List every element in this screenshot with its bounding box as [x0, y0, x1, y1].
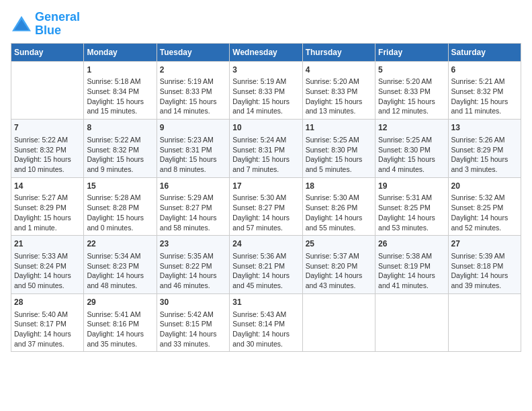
day-number: 4: [306, 64, 372, 76]
calendar-cell: 16Sunrise: 5:29 AM Sunset: 8:27 PM Dayli…: [157, 177, 229, 236]
day-number: 3: [232, 64, 299, 76]
cell-info: Sunrise: 5:20 AM Sunset: 8:33 PM Dayligh…: [306, 77, 372, 116]
cell-info: Sunrise: 5:18 AM Sunset: 8:34 PM Dayligh…: [87, 77, 153, 116]
header-day: Friday: [375, 43, 448, 61]
cell-info: Sunrise: 5:25 AM Sunset: 8:30 PM Dayligh…: [306, 135, 372, 175]
day-number: 27: [451, 238, 518, 250]
calendar-cell: 17Sunrise: 5:30 AM Sunset: 8:27 PM Dayli…: [230, 177, 302, 236]
day-number: 31: [232, 297, 299, 308]
cell-info: Sunrise: 5:32 AM Sunset: 8:25 PM Dayligh…: [451, 193, 518, 232]
header-day: Sunday: [11, 43, 84, 61]
calendar-cell: 9Sunrise: 5:23 AM Sunset: 8:31 PM Daylig…: [157, 120, 229, 178]
calendar-cell: 29Sunrise: 5:41 AM Sunset: 8:16 PM Dayli…: [84, 293, 157, 352]
header-day: Saturday: [448, 43, 521, 61]
calendar-week-row: 1Sunrise: 5:18 AM Sunset: 8:34 PM Daylig…: [11, 61, 521, 120]
calendar-cell: 7Sunrise: 5:22 AM Sunset: 8:32 PM Daylig…: [11, 120, 84, 178]
calendar-cell: [302, 293, 375, 352]
logo-text: General Blue: [35, 11, 80, 38]
day-number: 6: [451, 64, 518, 76]
day-number: 15: [87, 181, 153, 192]
calendar-cell: 6Sunrise: 5:21 AM Sunset: 8:32 PM Daylig…: [448, 61, 521, 120]
logo: General Blue: [11, 11, 80, 38]
calendar-cell: 12Sunrise: 5:25 AM Sunset: 8:30 PM Dayli…: [375, 120, 448, 178]
cell-info: Sunrise: 5:36 AM Sunset: 8:21 PM Dayligh…: [232, 251, 299, 291]
calendar-cell: 1Sunrise: 5:18 AM Sunset: 8:34 PM Daylig…: [84, 61, 157, 120]
calendar-table: SundayMondayTuesdayWednesdayThursdayFrid…: [11, 43, 521, 353]
calendar-cell: 23Sunrise: 5:35 AM Sunset: 8:22 PM Dayli…: [157, 236, 229, 294]
day-number: 29: [87, 297, 153, 308]
calendar-cell: 5Sunrise: 5:20 AM Sunset: 8:33 PM Daylig…: [375, 61, 448, 120]
calendar-cell: 21Sunrise: 5:33 AM Sunset: 8:24 PM Dayli…: [11, 236, 84, 294]
calendar-cell: 27Sunrise: 5:39 AM Sunset: 8:18 PM Dayli…: [448, 236, 521, 294]
cell-info: Sunrise: 5:19 AM Sunset: 8:33 PM Dayligh…: [160, 77, 226, 116]
day-number: 2: [160, 64, 226, 76]
calendar-cell: 3Sunrise: 5:19 AM Sunset: 8:33 PM Daylig…: [230, 61, 302, 120]
calendar-week-row: 7Sunrise: 5:22 AM Sunset: 8:32 PM Daylig…: [11, 120, 521, 178]
cell-info: Sunrise: 5:25 AM Sunset: 8:30 PM Dayligh…: [378, 135, 445, 175]
calendar-cell: [375, 293, 448, 352]
day-number: 26: [378, 238, 445, 250]
header-day: Thursday: [302, 43, 375, 61]
calendar-week-row: 21Sunrise: 5:33 AM Sunset: 8:24 PM Dayli…: [11, 236, 521, 294]
day-number: 20: [451, 181, 518, 192]
header-day: Tuesday: [157, 43, 229, 61]
cell-info: Sunrise: 5:24 AM Sunset: 8:31 PM Dayligh…: [232, 135, 299, 175]
day-number: 8: [87, 122, 153, 134]
calendar-cell: 2Sunrise: 5:19 AM Sunset: 8:33 PM Daylig…: [157, 61, 229, 120]
cell-info: Sunrise: 5:28 AM Sunset: 8:28 PM Dayligh…: [87, 193, 153, 232]
calendar-cell: 24Sunrise: 5:36 AM Sunset: 8:21 PM Dayli…: [230, 236, 302, 294]
calendar-week-row: 14Sunrise: 5:27 AM Sunset: 8:29 PM Dayli…: [11, 177, 521, 236]
calendar-cell: 19Sunrise: 5:31 AM Sunset: 8:25 PM Dayli…: [375, 177, 448, 236]
logo-icon: [11, 15, 32, 34]
day-number: 16: [160, 181, 226, 192]
cell-info: Sunrise: 5:26 AM Sunset: 8:29 PM Dayligh…: [451, 135, 518, 175]
cell-info: Sunrise: 5:31 AM Sunset: 8:25 PM Dayligh…: [378, 193, 445, 232]
calendar-cell: 28Sunrise: 5:40 AM Sunset: 8:17 PM Dayli…: [11, 293, 84, 352]
calendar-cell: 11Sunrise: 5:25 AM Sunset: 8:30 PM Dayli…: [302, 120, 375, 178]
day-number: 11: [306, 122, 372, 134]
calendar-week-row: 28Sunrise: 5:40 AM Sunset: 8:17 PM Dayli…: [11, 293, 521, 352]
day-number: 30: [160, 297, 226, 308]
header-row: SundayMondayTuesdayWednesdayThursdayFrid…: [11, 43, 521, 61]
calendar-cell: 15Sunrise: 5:28 AM Sunset: 8:28 PM Dayli…: [84, 177, 157, 236]
cell-info: Sunrise: 5:37 AM Sunset: 8:20 PM Dayligh…: [306, 251, 372, 291]
calendar-cell: 4Sunrise: 5:20 AM Sunset: 8:33 PM Daylig…: [302, 61, 375, 120]
calendar-cell: 25Sunrise: 5:37 AM Sunset: 8:20 PM Dayli…: [302, 236, 375, 294]
calendar-cell: 10Sunrise: 5:24 AM Sunset: 8:31 PM Dayli…: [230, 120, 302, 178]
calendar-cell: 20Sunrise: 5:32 AM Sunset: 8:25 PM Dayli…: [448, 177, 521, 236]
calendar-cell: [448, 293, 521, 352]
day-number: 19: [378, 181, 445, 192]
cell-info: Sunrise: 5:33 AM Sunset: 8:24 PM Dayligh…: [14, 251, 81, 291]
cell-info: Sunrise: 5:41 AM Sunset: 8:16 PM Dayligh…: [87, 310, 153, 349]
calendar-cell: 30Sunrise: 5:42 AM Sunset: 8:15 PM Dayli…: [157, 293, 229, 352]
cell-info: Sunrise: 5:21 AM Sunset: 8:32 PM Dayligh…: [451, 77, 518, 116]
day-number: 13: [451, 122, 518, 134]
cell-info: Sunrise: 5:29 AM Sunset: 8:27 PM Dayligh…: [160, 193, 226, 232]
day-number: 17: [232, 181, 299, 192]
cell-info: Sunrise: 5:27 AM Sunset: 8:29 PM Dayligh…: [14, 193, 81, 232]
day-number: 24: [232, 238, 299, 250]
day-number: 25: [306, 238, 372, 250]
cell-info: Sunrise: 5:30 AM Sunset: 8:27 PM Dayligh…: [232, 193, 299, 232]
cell-info: Sunrise: 5:19 AM Sunset: 8:33 PM Dayligh…: [232, 77, 299, 116]
day-number: 12: [378, 122, 445, 134]
day-number: 21: [14, 238, 81, 250]
day-number: 18: [306, 181, 372, 192]
day-number: 9: [160, 122, 226, 134]
calendar-cell: 14Sunrise: 5:27 AM Sunset: 8:29 PM Dayli…: [11, 177, 84, 236]
cell-info: Sunrise: 5:42 AM Sunset: 8:15 PM Dayligh…: [160, 310, 226, 349]
calendar-cell: 18Sunrise: 5:30 AM Sunset: 8:26 PM Dayli…: [302, 177, 375, 236]
day-number: 1: [87, 64, 153, 76]
day-number: 22: [87, 238, 153, 250]
calendar-cell: 31Sunrise: 5:43 AM Sunset: 8:14 PM Dayli…: [230, 293, 302, 352]
day-number: 14: [14, 181, 81, 192]
header-day: Monday: [84, 43, 157, 61]
cell-info: Sunrise: 5:38 AM Sunset: 8:19 PM Dayligh…: [378, 251, 445, 291]
calendar-cell: 8Sunrise: 5:22 AM Sunset: 8:32 PM Daylig…: [84, 120, 157, 178]
day-number: 23: [160, 238, 226, 250]
day-number: 10: [232, 122, 299, 134]
cell-info: Sunrise: 5:23 AM Sunset: 8:31 PM Dayligh…: [160, 135, 226, 175]
day-number: 5: [378, 64, 445, 76]
cell-info: Sunrise: 5:22 AM Sunset: 8:32 PM Dayligh…: [14, 135, 81, 175]
calendar-cell: 13Sunrise: 5:26 AM Sunset: 8:29 PM Dayli…: [448, 120, 521, 178]
